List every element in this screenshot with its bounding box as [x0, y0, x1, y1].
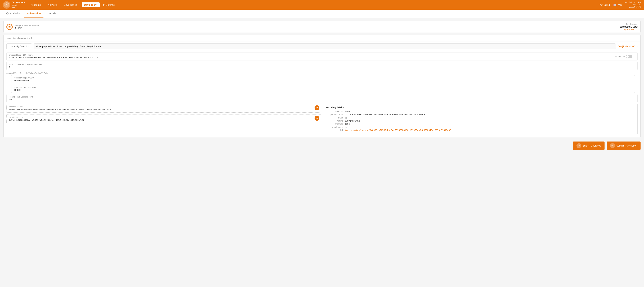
account-bar: using the selected account ALICE free ba…: [4, 21, 640, 33]
encoding-row-index: index 00: [326, 117, 635, 119]
submit-unsigned-button[interactable]: ⟳ Submit Unsigned: [573, 142, 605, 150]
nav-settings[interactable]: ⚙ Settings: [100, 3, 117, 7]
github-link[interactable]: ⌥ GitHub: [600, 3, 610, 7]
nav-developer[interactable]: Developer ▾: [82, 3, 100, 7]
encoding-row-proofsize: proofsize 419c: [326, 123, 635, 125]
see-pallet-chevron-icon: ▾: [636, 45, 638, 48]
avatar: [6, 24, 13, 30]
encoding-row-proposalhash: proposalHash fb7f2d6ab9c04e75969988166cf…: [326, 113, 635, 116]
nav-network[interactable]: Network ▾: [45, 3, 60, 7]
param-length-bound: lengthBound: Compact<u32> 59: [6, 94, 638, 102]
encoding-row-lengthbound: lengthbound ec: [326, 126, 635, 128]
address-chevron-icon: ▾: [636, 28, 638, 31]
tab-submission[interactable]: Submission: [24, 10, 44, 18]
pallet-chevron-icon: ▾: [28, 45, 30, 48]
nested-param-proofsize: proofSize: Compact<u64> 10000: [11, 85, 635, 93]
submit-transaction-button[interactable]: ⟳ Submit Transaction: [606, 142, 640, 150]
form-header: submit the following extrinsic: [4, 35, 640, 42]
main-content: using the selected account ALICE free ba…: [0, 18, 644, 155]
header-right: ⌥ GitHub 📖 Wiki Astar Collator v5.41.0 a…: [600, 1, 641, 9]
nested-param-reftime: refTime: Compact<u64> 10000000000: [11, 75, 635, 83]
footer-actions: ⟳ Submit Unsigned ⟳ Submit Transaction: [4, 139, 640, 152]
wiki-link[interactable]: 📖 Wiki: [613, 3, 622, 7]
submit-unsigned-icon: ⟳: [576, 143, 581, 148]
network-chevron-icon: ▾: [57, 4, 58, 6]
subnav: ⬡ Extrinsics Submission Decode: [0, 10, 644, 18]
developer-chevron-icon: ▾: [96, 4, 97, 6]
github-icon: ⌥: [600, 3, 602, 7]
copy-call-hash-button[interactable]: ⧉: [314, 116, 320, 121]
encoded-call-hash-card: encoded call hash 0x04d60c3f6888877ea0b2…: [6, 114, 321, 123]
nested-params: refTime: Compact<u64> 10000000000 proofS…: [11, 75, 635, 93]
extrinsics-icon: ⬡: [6, 12, 9, 15]
tab-extrinsics[interactable]: ⬡ Extrinsics: [4, 10, 23, 18]
svg-point-4: [9, 26, 10, 27]
address-display[interactable]: ajYMsCKsE... ▾: [620, 28, 638, 31]
encoded-section: encoded call data 0x6906fb7f2d6ab9c04e75…: [6, 104, 638, 134]
encoded-left: encoded call data 0x6906fb7f2d6ab9c04e75…: [6, 104, 321, 134]
header: A Development local/1 #457 Accounts ▾ Ne…: [0, 0, 644, 10]
balance-info: free balance 999.9999 MLOC ajYMsCKsE... …: [620, 23, 638, 31]
copy-call-data-button[interactable]: ⧉: [314, 105, 320, 110]
governance-chevron-icon: ▾: [78, 4, 78, 6]
see-pallet-link[interactable]: See ['Pallet::close']. ▾: [618, 45, 638, 48]
version-info: Astar Collator v5.41.0 apl v12.0.2 apps …: [624, 1, 641, 9]
param-proposal-hash: proposalHash: H256 (Hash) 0xfb7f2d6ab9c0…: [6, 52, 638, 61]
svg-text:A: A: [6, 4, 8, 6]
node-info: Development local/1 #457: [12, 1, 25, 9]
wiki-icon: 📖: [613, 3, 617, 7]
account-info: using the selected account ALICE: [15, 24, 620, 30]
tab-decode[interactable]: Decode: [45, 10, 59, 18]
encoding-link[interactable]: #/extrinsics/decode/0x6906fb7f2d6ab9c04e…: [345, 129, 455, 131]
param-length-row: lengthBound: Compact<u32> 59: [6, 94, 638, 102]
hash-toggle-section: hash a file: [615, 55, 635, 58]
param-index: index: Compact<u32> (ProposalIndex) 0: [6, 62, 638, 70]
hash-file-toggle[interactable]: [626, 55, 632, 58]
encoding-row-reftime: reftime 0700e40b5402: [326, 120, 635, 122]
extrinsic-form: submit the following extrinsic community…: [4, 35, 640, 137]
encoding-row-callindex: callIndex 6906: [326, 110, 635, 113]
submit-transaction-icon: ⟳: [610, 143, 615, 148]
accounts-chevron-icon: ▾: [42, 4, 42, 6]
pallet-select[interactable]: communityCouncil ▾: [6, 44, 32, 49]
nav-accounts[interactable]: Accounts ▾: [28, 3, 45, 7]
param-weight-bound: proposalWeightBound: SpWeightsWeightV2We…: [6, 71, 638, 93]
encoding-row-link: link #/extrinsics/decode/0x6906fb7f2d6ab…: [326, 129, 635, 131]
main-nav: Accounts ▾ Network ▾ Governance ▾ Develo…: [28, 3, 599, 7]
encoded-call-data-card: encoded call data 0x6906fb7f2d6ab9c04e75…: [6, 104, 321, 113]
nav-governance[interactable]: Governance ▾: [61, 3, 81, 7]
param-index-row: index: Compact<u32> (ProposalIndex) 0: [6, 62, 638, 70]
form-pallet-row: communityCouncil ▾ close(proposalHash, i…: [4, 42, 640, 51]
app-logo: A: [3, 1, 10, 9]
encoding-details-panel: encoding details callIndex 6906 proposal…: [323, 104, 638, 134]
method-display: close(proposalHash, index, proposalWeigh…: [34, 44, 616, 49]
